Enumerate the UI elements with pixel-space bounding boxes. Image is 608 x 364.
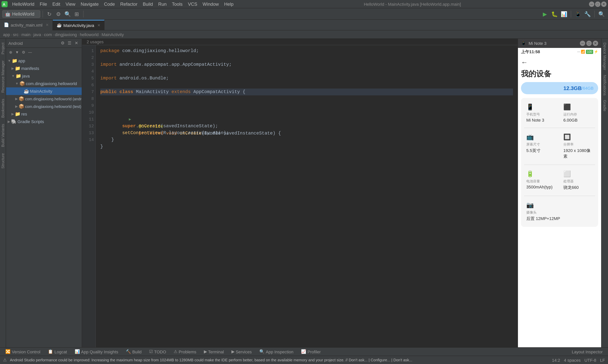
breadcrumb-helloworld[interactable]: helloworld: [80, 32, 99, 37]
menu-view[interactable]: View: [63, 0, 78, 7]
tab-activity-main-xml[interactable]: 📄 activity_main.xml ✕: [0, 20, 53, 30]
tree-item-androidtest[interactable]: ▶ 📦 com.dingjiaxiong.helloworld (android…: [6, 95, 82, 103]
spec-item-model: 📱 手机型号 Mi Note 3: [524, 101, 558, 125]
tree-item-gradle[interactable]: ▶ 🐘 Gradle Scripts: [6, 118, 82, 125]
project-panel-btn-3[interactable]: ✕: [73, 40, 79, 46]
close-button[interactable]: ✕: [601, 1, 607, 7]
menu-edit[interactable]: Edit: [50, 0, 63, 7]
toolbar-run-btn[interactable]: ▶: [541, 10, 549, 18]
bottom-tab-version-control[interactable]: 🔀 Version Control: [2, 348, 43, 356]
bottom-tab-build[interactable]: 🔨 Build: [123, 348, 145, 356]
far-right-tab-gradle[interactable]: Gradle: [602, 98, 608, 114]
menu-helloworld[interactable]: HelloWorld: [10, 0, 37, 7]
project-toolbar-btn3[interactable]: ⚙: [21, 49, 26, 55]
menu-run[interactable]: Run: [156, 0, 169, 7]
tree-item-test[interactable]: ▶ 📦 com.dingjiaxiong.helloworld (test): [6, 103, 82, 110]
spec-divider-3: [524, 196, 595, 196]
device-close[interactable]: ✕: [593, 40, 598, 46]
breadcrumb-dingjiaxiong[interactable]: dingjiaxiong: [55, 32, 77, 37]
maximize-button[interactable]: □: [595, 1, 600, 7]
menu-file[interactable]: File: [38, 0, 49, 7]
device-back-button[interactable]: ←: [521, 59, 598, 66]
vert-tab-resource[interactable]: Resource Manager: [0, 58, 6, 95]
bottom-tab-app-quality[interactable]: 📊 App Quality Insights: [72, 348, 121, 356]
code-text[interactable]: package com.dingjiaxiong.helloworld; imp…: [96, 45, 517, 347]
vert-tab-bookmarks[interactable]: Bookmarks: [0, 96, 6, 120]
bottom-tab-layout-inspector[interactable]: Layout Inspector: [569, 348, 606, 356]
bottom-tab-terminal[interactable]: ▶ Terminal: [201, 348, 227, 356]
breadcrumb-com[interactable]: com: [44, 32, 52, 37]
vert-tab-project[interactable]: Project: [0, 40, 6, 57]
breadcrumb-main[interactable]: main: [22, 32, 31, 37]
bottom-tab-todo[interactable]: ☑ TODO: [146, 348, 169, 356]
toolbar-profile-btn[interactable]: 📊: [560, 10, 568, 18]
project-label: HelloWorld: [12, 11, 34, 16]
vert-tab-buildvariants[interactable]: Build Variants: [0, 122, 6, 149]
bottom-tab-app-inspection[interactable]: 🔍 App Inspection: [256, 348, 297, 356]
spec-ram-icon: ⬛: [563, 103, 593, 111]
bottom-tab-problems[interactable]: ⚠ Problems: [171, 348, 199, 356]
bottom-tab-services[interactable]: ▶ Services: [228, 348, 255, 356]
menu-refactor[interactable]: Refactor: [118, 0, 140, 7]
spec-item-cpu: ⬜ 处理器 骁龙660: [561, 168, 595, 193]
tree-item-res[interactable]: ▶ 📁 res: [6, 110, 82, 118]
toolbar-avd-btn[interactable]: 📱: [574, 10, 582, 18]
menu-navigate[interactable]: Navigate: [78, 0, 101, 7]
spec-item-camera: 📷 摄像头 后置 12MP+12MP: [524, 199, 595, 224]
toolbar-search2-btn[interactable]: 🔍: [597, 10, 606, 18]
device-maximize[interactable]: □: [586, 40, 592, 46]
menu-code[interactable]: Code: [102, 0, 117, 7]
menu-window[interactable]: Window: [200, 0, 221, 7]
menu-tools[interactable]: Tools: [170, 0, 185, 7]
project-panel-btn-1[interactable]: ⚙: [60, 40, 66, 46]
device-battery-icon: 100: [586, 50, 593, 54]
services-icon: ▶: [232, 349, 234, 354]
toolbar-settings-btn[interactable]: ⚙: [54, 10, 63, 18]
version-control-icon: 🔀: [5, 349, 11, 354]
breadcrumb-mainactivity[interactable]: MainActivity: [102, 32, 124, 37]
project-toolbar-btn4[interactable]: —: [27, 49, 33, 55]
tree-item-java[interactable]: ▼ 📁 java: [6, 72, 82, 80]
tree-item-pkg[interactable]: ▼ 📦 com.dingjiaxiong.helloworld: [6, 80, 82, 87]
breadcrumb-app[interactable]: app: [3, 32, 10, 37]
project-selector[interactable]: 🤖 HelloWorld: [2, 10, 40, 18]
menu-help[interactable]: Help: [222, 0, 236, 7]
menu-vcs[interactable]: VCS: [186, 0, 199, 7]
tree-item-app[interactable]: ▼ 📁 app: [6, 57, 82, 65]
toolbar-sync-btn[interactable]: ↻: [45, 10, 53, 18]
toolbar-layout-btn[interactable]: ⊞: [73, 10, 81, 18]
bottom-tab-profiler[interactable]: 📈 Profiler: [298, 348, 324, 356]
project-panel-btn-2[interactable]: ☰: [66, 40, 73, 46]
toolbar-sdk-btn[interactable]: 🔧: [583, 10, 592, 18]
project-toolbar-btn1[interactable]: ⊕: [8, 49, 14, 55]
tree-item-manifests[interactable]: ▶ 📁 manifests: [6, 65, 82, 72]
warning-icon: ⚠: [3, 358, 7, 363]
code-content[interactable]: 12345 678910 11121314 package com.dingji…: [82, 45, 517, 347]
device-minimize[interactable]: ─: [580, 40, 585, 46]
far-right-tab-device-manager[interactable]: Device Manager: [602, 40, 608, 73]
code-line-3: import androidx.appcompat.app.AppCompatA…: [100, 61, 513, 68]
tab-close-0[interactable]: ✕: [46, 23, 49, 27]
window-title: HelloWorld - MainActivity.java [HelloWor…: [236, 2, 588, 6]
code-editor[interactable]: 2 usages 12345 678910 11121314 package c…: [82, 39, 517, 347]
breadcrumb-src[interactable]: src: [13, 32, 18, 37]
breadcrumb: app › src › main › java › com › dingjiax…: [0, 30, 608, 39]
device-wifi-icon: 📶: [581, 50, 585, 53]
code-line-11: protected void onCreate(Bundle savedInst…: [100, 116, 513, 123]
tab-close-1[interactable]: ✕: [97, 23, 100, 27]
vert-tab-structure[interactable]: Structure: [0, 151, 6, 171]
folder-icon-manifests: 📁: [15, 66, 21, 71]
far-right-tab-notifications[interactable]: Notifications: [602, 73, 608, 98]
tree-item-mainactivity[interactable]: ☕ MainActivity: [6, 87, 82, 95]
project-toolbar-btn2[interactable]: ▼: [14, 49, 20, 55]
toolbar-debug-btn[interactable]: 🐛: [550, 10, 559, 18]
spec-divider-1: [524, 128, 595, 128]
bottom-tab-logcat[interactable]: 📋 Logcat: [45, 348, 70, 356]
minimize-button[interactable]: ─: [589, 1, 594, 7]
folder-icon-androidtest: 📦: [19, 96, 24, 102]
project-panel-toolbar: ⊕ ▼ ⚙ —: [6, 48, 82, 56]
breadcrumb-java[interactable]: java: [33, 32, 41, 37]
toolbar-search-btn[interactable]: 🔍: [64, 10, 72, 18]
menu-build[interactable]: Build: [140, 0, 155, 7]
tab-mainactivity-java[interactable]: ☕ MainActivity.java ✕: [53, 20, 104, 30]
